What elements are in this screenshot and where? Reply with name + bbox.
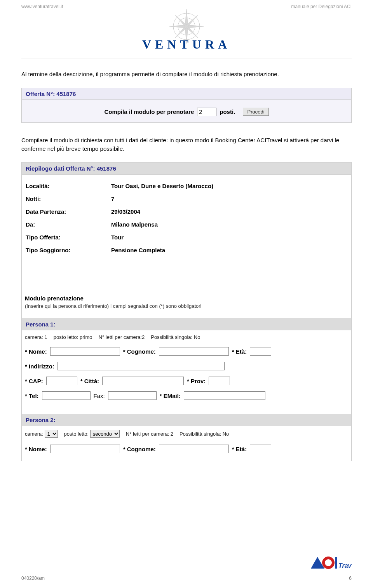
nome-label: * Nome: bbox=[25, 446, 47, 452]
cognome-input[interactable] bbox=[159, 347, 229, 356]
cognome-label: * Cognome: bbox=[123, 348, 156, 355]
letti-value: 2 bbox=[171, 431, 173, 437]
eta-label: * Età: bbox=[232, 348, 247, 355]
eta-label: * Età: bbox=[232, 446, 247, 452]
offer-panel: Offerta N°: 451876 Compila il modulo per… bbox=[21, 88, 352, 123]
summary-row: Da:Milano Malpensa bbox=[26, 218, 347, 231]
indirizzo-label: * Indirizzo: bbox=[25, 363, 54, 370]
procedi-button[interactable]: Procedi bbox=[243, 108, 268, 116]
posto-label: posto letto: bbox=[64, 431, 89, 437]
person2-title: Persona 2: bbox=[22, 414, 351, 426]
tel-label: * Tel: bbox=[25, 393, 39, 399]
tel-input[interactable] bbox=[42, 391, 91, 400]
posti-input[interactable] bbox=[197, 108, 216, 116]
paragraph-2: Compilare il modulo di richiesta con tut… bbox=[21, 136, 352, 153]
summary-value: 7 bbox=[111, 195, 114, 202]
summary-label: Notti: bbox=[26, 195, 111, 202]
person2-meta: camera: 1 posto letto: secondo N° letti … bbox=[22, 426, 351, 441]
camera-select[interactable]: 1 bbox=[45, 430, 58, 438]
svg-rect-8 bbox=[335, 557, 337, 569]
singola-label: Possibilità singola: bbox=[151, 334, 192, 340]
summary-row: Tipo Offerta:Tour bbox=[26, 231, 347, 244]
cap-label: * CAP: bbox=[25, 378, 43, 384]
fax-input[interactable] bbox=[108, 391, 157, 400]
page-number: 6 bbox=[349, 576, 352, 581]
summary-value: Milano Malpensa bbox=[111, 221, 158, 228]
summary-label: Tipo Offerta: bbox=[26, 234, 111, 241]
posto-label: posto letto: bbox=[54, 334, 78, 340]
nome-label: * Nome: bbox=[25, 348, 47, 355]
singola-label: Possibilità singola: bbox=[180, 431, 221, 437]
summary-label: Da: bbox=[26, 221, 111, 228]
summary-row: Notti:7 bbox=[26, 192, 347, 205]
nome-input[interactable] bbox=[50, 347, 120, 356]
letti-label: N° letti per camera: bbox=[126, 431, 169, 437]
person1-meta: camera: 1 posto letto: primo N° letti pe… bbox=[22, 330, 351, 344]
fax-label: Fax: bbox=[94, 393, 105, 399]
posto-select[interactable]: secondo bbox=[90, 430, 120, 438]
citta-label: * Città: bbox=[80, 378, 99, 384]
posto-value: primo bbox=[80, 334, 92, 340]
compose-text-pre: Compila il modulo per prenotare bbox=[104, 108, 194, 115]
camera-label: camera: bbox=[25, 334, 43, 340]
divider bbox=[21, 59, 352, 59]
cognome-label: * Cognome: bbox=[123, 446, 156, 452]
summary-value: Tour bbox=[111, 234, 124, 241]
module-subtitle: (Inserire qui la persona di riferimento)… bbox=[25, 303, 348, 309]
letti-label: N° letti per camera: bbox=[99, 334, 142, 340]
summary-label: Data Partenza: bbox=[26, 208, 111, 215]
prov-label: * Prov: bbox=[187, 378, 206, 384]
summary-label: Località: bbox=[26, 183, 111, 189]
brand-logo: VENTURA bbox=[21, 7, 352, 52]
singola-value: No bbox=[194, 334, 200, 340]
footer-ref: 040220/am bbox=[21, 576, 45, 581]
summary-value: 29/03/2004 bbox=[111, 208, 140, 215]
person1-title: Persona 1: bbox=[22, 318, 351, 330]
email-label: * EMail: bbox=[160, 393, 181, 399]
divider bbox=[22, 284, 351, 284]
camera-label: camera: bbox=[25, 431, 43, 437]
nome-input-2[interactable] bbox=[50, 445, 120, 453]
cap-input[interactable] bbox=[46, 377, 77, 385]
summary-value: Pensione Completa bbox=[111, 247, 165, 253]
summary-row: Data Partenza:29/03/2004 bbox=[26, 205, 347, 218]
module-title: Modulo prenotazione bbox=[25, 295, 348, 302]
offer-title: Offerta N°: 451876 bbox=[22, 88, 351, 100]
summary-panel: Riepilogo dati Offerta N°: 451876 Locali… bbox=[21, 162, 352, 461]
aci-travel-logo: Travel bbox=[309, 553, 352, 573]
compose-text-post: posti. bbox=[220, 108, 235, 115]
camera-value: 1 bbox=[45, 334, 47, 340]
svg-point-7 bbox=[325, 559, 332, 566]
summary-row: Tipo Soggiorno:Pensione Completa bbox=[26, 244, 347, 256]
svg-text:Travel: Travel bbox=[338, 562, 352, 569]
letti-value: 2 bbox=[142, 334, 145, 340]
summary-row: Località:Tour Oasi, Dune e Deserto (Maro… bbox=[26, 180, 347, 192]
paragraph-1: Al termine della descrizione, il program… bbox=[21, 70, 352, 79]
summary-label: Tipo Soggiorno: bbox=[26, 247, 111, 253]
cognome-input-2[interactable] bbox=[159, 445, 229, 453]
eta-input-2[interactable] bbox=[250, 445, 271, 453]
header-left-url: www.venturatravel.it bbox=[21, 4, 63, 9]
indirizzo-input[interactable] bbox=[58, 362, 225, 370]
eta-input[interactable] bbox=[250, 347, 271, 356]
citta-input[interactable] bbox=[102, 377, 184, 385]
summary-value: Tour Oasi, Dune e Deserto (Marocco) bbox=[111, 183, 213, 189]
email-input[interactable] bbox=[184, 391, 265, 400]
prov-input[interactable] bbox=[209, 377, 230, 385]
summary-title: Riepilogo dati Offerta N°: 451876 bbox=[22, 162, 351, 175]
singola-value: No bbox=[223, 431, 229, 437]
header-right-doc: manuale per Delegazioni ACI bbox=[291, 4, 352, 9]
brand-text: VENTURA bbox=[21, 37, 352, 52]
